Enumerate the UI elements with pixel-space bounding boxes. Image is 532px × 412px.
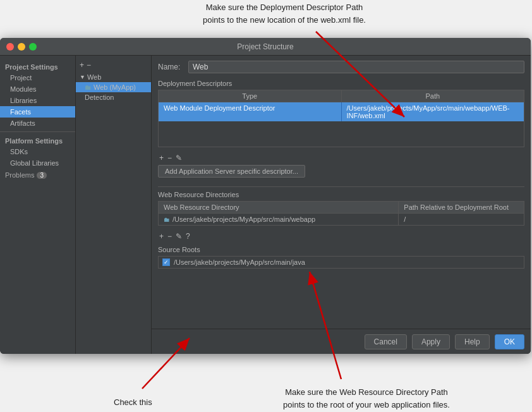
col-type-header: Type xyxy=(159,90,342,102)
add-server-button[interactable]: Add Application Server specific descript… xyxy=(158,165,305,178)
wr-cell-dir: 🖿 /Users/jakeb/projects/MyApp/src/main/w… xyxy=(159,214,399,225)
annotation-top-text: Make sure the Deployment Descriptor Path… xyxy=(203,3,366,25)
sidebar-item-modules[interactable]: Modules xyxy=(0,83,75,95)
section-divider-1 xyxy=(158,186,524,187)
source-root-row: ✓ /Users/jakeb/projects/MyApp/src/main/j… xyxy=(158,256,524,269)
name-row: Name: xyxy=(158,61,524,73)
sidebar-item-artifacts[interactable]: Artifacts xyxy=(0,118,75,129)
web-resource-toolbar: + − ✎ ? xyxy=(158,229,524,243)
main-content: Name: Deployment Descriptors Type Path W… xyxy=(152,56,531,329)
help-button[interactable]: Help xyxy=(455,334,490,349)
window-title: Project Structure xyxy=(237,42,293,51)
web-resource-folder-icon: 🖿 xyxy=(164,216,170,223)
deployment-toolbar: + − ✎ xyxy=(158,151,524,165)
project-settings-label: Project Settings xyxy=(0,61,75,72)
problems-label: Problems xyxy=(5,171,34,179)
ok-button[interactable]: OK xyxy=(495,334,524,349)
wr-remove-icon[interactable]: − xyxy=(167,232,172,241)
table-empty-area xyxy=(159,121,524,147)
tree-detection-item[interactable]: Detection xyxy=(76,92,151,102)
web-resource-table: Web Resource Directory Path Relative to … xyxy=(158,201,524,226)
dialog-footer: Cancel Apply Help OK xyxy=(152,329,531,354)
dd-remove-icon[interactable]: − xyxy=(167,154,172,162)
tree-child-item[interactable]: 🖿 Web (MyApp) xyxy=(76,82,151,92)
wr-help-icon[interactable]: ? xyxy=(186,232,190,241)
apply-button[interactable]: Apply xyxy=(412,334,450,349)
web-resource-table-header: Web Resource Directory Path Relative to … xyxy=(159,202,524,214)
sidebar-item-sdks[interactable]: SDKs xyxy=(0,146,75,157)
tree-root-label: Web xyxy=(87,73,101,81)
sidebar: Project Settings Project Modules Librari… xyxy=(0,56,76,354)
dd-edit-icon[interactable]: ✎ xyxy=(176,154,182,162)
dialog-body: Project Settings Project Modules Librari… xyxy=(0,56,531,354)
tree-root-item[interactable]: ▼ Web xyxy=(76,72,151,82)
tree-child-label: Web (MyApp) xyxy=(94,83,136,91)
folder-icon: 🖿 xyxy=(85,83,92,91)
wr-col2-header: Path Relative to Deployment Root xyxy=(399,202,524,213)
wr-cell-rel: / xyxy=(399,214,524,225)
source-root-checkbox[interactable]: ✓ xyxy=(162,258,170,266)
wr-col1-header: Web Resource Directory xyxy=(159,202,399,213)
web-resource-header: Web Resource Directories xyxy=(158,191,524,198)
table-row[interactable]: Web Module Deployment Descriptor /Users/… xyxy=(159,102,524,121)
main-panel: Name: Deployment Descriptors Type Path W… xyxy=(152,56,531,354)
wr-edit-icon[interactable]: ✎ xyxy=(176,232,182,241)
maximize-button[interactable] xyxy=(29,43,37,51)
platform-settings-label: Platform Settings xyxy=(0,135,75,146)
minimize-button[interactable] xyxy=(18,43,25,51)
sidebar-item-global-libraries[interactable]: Global Libraries xyxy=(0,157,75,169)
dd-add-icon[interactable]: + xyxy=(159,154,164,162)
sidebar-item-facets[interactable]: Facets xyxy=(0,106,75,118)
sidebar-item-libraries[interactable]: Libraries xyxy=(0,95,75,106)
deployment-descriptors-header: Deployment Descriptors xyxy=(158,80,524,87)
dialog-window: Project Structure Project Settings Proje… xyxy=(0,38,531,354)
tree-detection-label: Detection xyxy=(85,94,114,101)
table-cell-type: Web Module Deployment Descriptor xyxy=(159,102,342,121)
remove-icon[interactable]: − xyxy=(87,61,91,70)
cancel-button[interactable]: Cancel xyxy=(365,334,407,349)
web-resource-row[interactable]: 🖿 /Users/jakeb/projects/MyApp/src/main/w… xyxy=(159,214,524,225)
deployment-descriptors-table: Type Path Web Module Deployment Descript… xyxy=(158,90,524,147)
annotation-bottom-right-text: Make sure the Web Resource Directory Pat… xyxy=(283,387,450,409)
add-icon[interactable]: + xyxy=(80,61,84,70)
annotation-bottom-right: Make sure the Web Resource Directory Pat… xyxy=(272,386,461,411)
source-root-path: /Users/jakeb/projects/MyApp/src/main/jav… xyxy=(174,258,305,266)
annotation-bottom-left: Check this xyxy=(114,397,152,407)
problems-bar[interactable]: Problems 3 xyxy=(0,169,75,181)
table-header: Type Path xyxy=(159,90,524,102)
table-cell-path: /Users/jakeb/projects/MyApp/src/main/web… xyxy=(342,102,524,121)
col-path-header: Path xyxy=(342,90,524,102)
tree-arrow-icon: ▼ xyxy=(80,74,85,80)
wr-add-icon[interactable]: + xyxy=(159,232,164,241)
window-controls xyxy=(6,43,37,51)
source-roots-section: Source Roots ✓ /Users/jakeb/projects/MyA… xyxy=(158,246,524,269)
name-input[interactable] xyxy=(188,61,524,73)
sidebar-divider xyxy=(0,131,75,132)
annotation-bottom-left-text: Check this xyxy=(114,397,152,407)
close-button[interactable] xyxy=(6,43,14,51)
annotation-top: Make sure the Deployment Descriptor Path… xyxy=(190,1,379,26)
name-label: Name: xyxy=(158,63,183,71)
middle-panel: + − ▼ Web 🖿 Web (MyApp) Detection xyxy=(76,56,152,354)
sidebar-item-project[interactable]: Project xyxy=(0,72,75,83)
source-roots-header: Source Roots xyxy=(158,246,524,253)
title-bar: Project Structure xyxy=(0,38,531,56)
problems-badge: 3 xyxy=(37,172,47,179)
middle-toolbar: + − xyxy=(76,59,151,72)
